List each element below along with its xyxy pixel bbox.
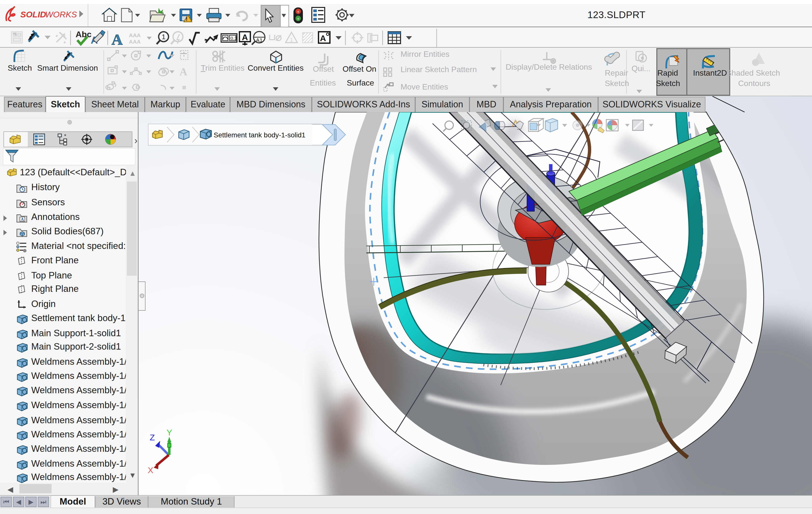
- svg-text:SOLID: SOLID: [20, 10, 46, 19]
- svg-text:Settlement tank body-1-solid1: Settlement tank body-1-solid1: [214, 131, 306, 139]
- svg-text:A: A: [242, 32, 248, 42]
- svg-text:1: 1: [162, 33, 166, 41]
- svg-text:Abc: Abc: [76, 29, 91, 39]
- svg-text:A1: A1: [256, 37, 263, 44]
- svg-text:WORKS: WORKS: [45, 10, 77, 19]
- svg-text:A: A: [112, 31, 123, 47]
- svg-text:X: X: [148, 465, 153, 475]
- svg-text:A: A: [21, 217, 24, 222]
- svg-text:AAA: AAA: [129, 32, 141, 38]
- svg-text:+: +: [297, 10, 299, 14]
- svg-text:+: +: [297, 17, 299, 21]
- svg-text:AAA: AAA: [129, 39, 141, 45]
- svg-text:Y: Y: [167, 428, 172, 437]
- svg-text:A: A: [179, 66, 187, 78]
- svg-text:1: 1: [290, 37, 293, 43]
- svg-text:0.3: 0.3: [231, 36, 237, 41]
- svg-text:!: !: [186, 16, 187, 22]
- svg-text:Z: Z: [150, 433, 155, 442]
- svg-text:A: A: [320, 33, 326, 43]
